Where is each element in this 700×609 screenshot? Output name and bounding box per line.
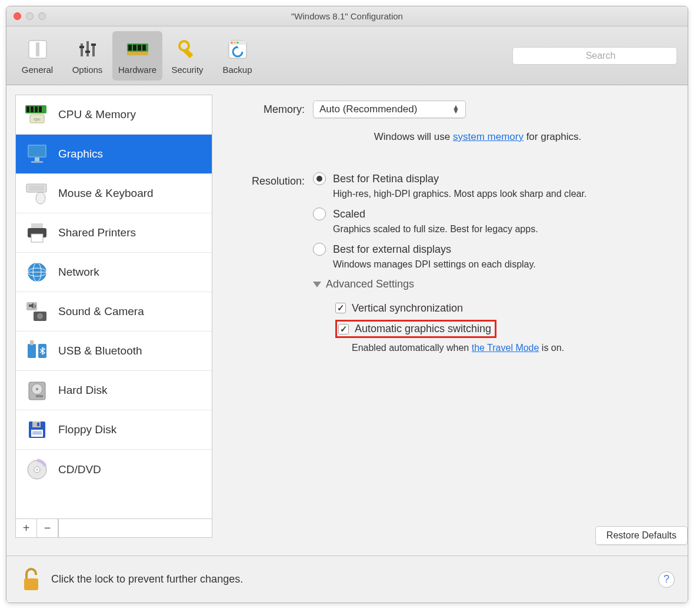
svg-rect-9: [128, 45, 132, 51]
svg-point-62: [36, 469, 38, 471]
resolution-label: Resolution:: [228, 172, 313, 190]
tab-security[interactable]: Security: [162, 31, 212, 81]
cd-dvd-icon: [24, 457, 50, 483]
svg-rect-57: [31, 430, 43, 437]
svg-point-20: [236, 42, 238, 44]
titlebar: "Windows 8.1" Configuration: [6, 6, 688, 26]
security-icon: [175, 36, 201, 62]
advanced-settings-toggle[interactable]: Advanced Settings: [313, 278, 672, 290]
svg-point-19: [234, 42, 235, 44]
help-button[interactable]: ?: [658, 571, 675, 588]
sidebar-item-label: Floppy Disk: [58, 423, 116, 436]
updown-icon: ▲▼: [452, 105, 459, 113]
sidebar-item-hard-disk[interactable]: Hard Disk: [16, 371, 212, 410]
memory-hint: Windows will use system memory for graph…: [313, 131, 642, 143]
disclosure-triangle-icon: [313, 282, 321, 287]
tab-options[interactable]: Options: [62, 31, 112, 81]
resolution-option-scaled[interactable]: Scaled Graphics scaled to full size. Bes…: [313, 208, 672, 235]
footer: Click the lock to prevent further change…: [6, 556, 688, 603]
sidebar-item-label: USB & Bluetooth: [58, 344, 142, 357]
tab-hardware[interactable]: Hardware: [112, 31, 162, 81]
svg-rect-5: [79, 46, 84, 48]
svg-rect-39: [31, 234, 43, 242]
window-title: "Windows 8.1" Configuration: [6, 11, 688, 21]
svg-point-18: [231, 42, 232, 44]
vsync-checkbox[interactable]: Vertical synchronization: [335, 299, 672, 317]
tab-general[interactable]: General: [12, 31, 62, 81]
sidebar-footer-spacer: [58, 519, 212, 537]
radio-icon: [313, 208, 326, 220]
sidebar-item-label: Hard Disk: [58, 384, 107, 397]
sidebar-item-shared-printers[interactable]: Shared Printers: [16, 213, 212, 253]
svg-rect-29: [29, 146, 45, 156]
sidebar-item-label: Graphics: [58, 148, 103, 160]
options-icon: [75, 36, 101, 62]
sidebar-item-usb-bluetooth[interactable]: USB & Bluetooth: [16, 332, 212, 371]
sidebar-item-graphics[interactable]: Graphics: [16, 135, 212, 174]
memory-select[interactable]: Auto (Recommended) ▲▼: [313, 101, 466, 118]
mouse-keyboard-icon: [24, 180, 50, 206]
sidebar-item-label: Mouse & Keyboard: [58, 187, 154, 200]
sidebar: cpu CPU & Memory Graphics Mouse & Keyboa…: [15, 95, 212, 538]
usb-bluetooth-icon: [24, 338, 50, 364]
svg-rect-6: [85, 51, 90, 53]
radio-icon: [313, 243, 326, 256]
svg-rect-13: [127, 52, 148, 55]
svg-rect-37: [31, 223, 43, 228]
floppy-disk-icon: [24, 417, 50, 443]
checkbox-icon: [338, 324, 349, 334]
remove-device-button[interactable]: −: [37, 519, 58, 537]
checkbox-icon: [335, 303, 346, 313]
hardware-icon: [125, 36, 151, 62]
svg-rect-48: [30, 340, 34, 345]
radio-icon: [313, 172, 326, 185]
add-device-button[interactable]: +: [16, 519, 37, 537]
sidebar-item-sound-camera[interactable]: Sound & Camera: [16, 292, 212, 332]
gpu-switching-checkbox[interactable]: Automatic graphics switching: [338, 323, 491, 335]
sidebar-item-cd-dvd[interactable]: CD/DVD: [16, 450, 212, 489]
sidebar-footer: + −: [15, 519, 212, 538]
svg-rect-1: [36, 42, 39, 56]
sidebar-item-label: Sound & Camera: [58, 305, 144, 318]
svg-point-14: [179, 41, 189, 51]
sidebar-item-label: CPU & Memory: [58, 108, 136, 121]
svg-rect-11: [138, 45, 141, 51]
main-panel: Memory: Auto (Recommended) ▲▼ Windows wi…: [212, 85, 688, 538]
hard-disk-icon: [24, 377, 50, 403]
svg-text:cpu: cpu: [34, 117, 40, 122]
sound-camera-icon: [24, 299, 50, 324]
restore-defaults-button[interactable]: Restore Defaults: [595, 526, 688, 545]
svg-rect-47: [28, 344, 36, 358]
svg-rect-4: [92, 45, 95, 56]
sidebar-item-cpu-memory[interactable]: cpu CPU & Memory: [16, 95, 212, 135]
lock-icon[interactable]: [19, 567, 43, 593]
travel-mode-link[interactable]: the Travel Mode: [472, 343, 539, 353]
toolbar: General Options Hardware Security Backup: [6, 26, 688, 85]
svg-rect-53: [36, 395, 43, 397]
sidebar-item-network[interactable]: Network: [16, 253, 212, 292]
svg-rect-25: [39, 106, 42, 112]
resolution-option-retina[interactable]: Best for Retina display High-res, high-D…: [313, 172, 672, 199]
graphics-icon: [24, 141, 50, 167]
resolution-option-external[interactable]: Best for external displays Windows manag…: [313, 243, 672, 270]
svg-point-46: [37, 313, 43, 319]
sidebar-item-mouse-keyboard[interactable]: Mouse & Keyboard: [16, 174, 212, 213]
svg-rect-24: [35, 106, 38, 112]
svg-rect-7: [91, 44, 96, 46]
footer-text: Click the lock to prevent further change…: [51, 573, 243, 585]
sidebar-item-label: CD/DVD: [58, 463, 101, 476]
svg-rect-3: [86, 41, 89, 56]
search-wrap: [512, 47, 677, 65]
svg-point-52: [36, 388, 38, 390]
content: cpu CPU & Memory Graphics Mouse & Keyboa…: [6, 85, 688, 603]
tab-backup[interactable]: Backup: [212, 31, 262, 81]
general-icon: [25, 36, 51, 62]
gpu-switching-hint: Enabled automatically when the Travel Mo…: [352, 343, 672, 353]
search-input[interactable]: [512, 47, 677, 65]
sidebar-item-floppy-disk[interactable]: Floppy Disk: [16, 410, 212, 450]
system-memory-link[interactable]: system memory: [453, 131, 524, 142]
svg-rect-22: [26, 106, 29, 112]
sidebar-list: cpu CPU & Memory Graphics Mouse & Keyboa…: [15, 95, 212, 519]
highlight-annotation: Automatic graphics switching: [335, 320, 496, 338]
svg-rect-12: [142, 45, 146, 51]
